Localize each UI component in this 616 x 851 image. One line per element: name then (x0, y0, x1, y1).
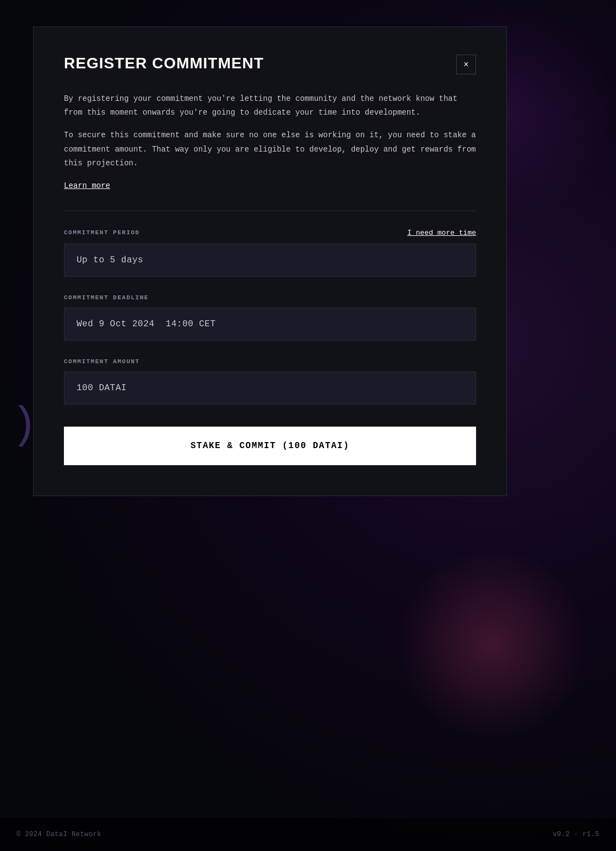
modal-title: REGISTER COMMITMENT (64, 55, 264, 72)
bottom-right-text: v0.2 · r1.5 (553, 831, 599, 838)
commitment-amount-section: COMMITMENT AMOUNT (64, 358, 476, 405)
commitment-period-section: COMMITMENT PERIOD I need more time (64, 229, 476, 277)
learn-more-link[interactable]: Learn more (64, 181, 110, 190)
commitment-deadline-label: COMMITMENT DEADLINE (64, 294, 149, 301)
commitment-amount-label: COMMITMENT AMOUNT (64, 358, 140, 365)
section-divider (64, 211, 476, 211)
commitment-amount-header: COMMITMENT AMOUNT (64, 358, 476, 365)
commitment-deadline-input[interactable] (64, 308, 476, 341)
description-block-1: By registering your commitment you're le… (64, 92, 476, 120)
close-button[interactable]: × (456, 55, 476, 74)
commitment-period-label: COMMITMENT PERIOD (64, 229, 140, 236)
description-block-2: To secure this commitment and make sure … (64, 128, 476, 170)
need-more-time-link[interactable]: I need more time (407, 229, 476, 237)
description-text-2: To secure this commitment and make sure … (64, 128, 476, 170)
commitment-deadline-section: COMMITMENT DEADLINE (64, 294, 476, 341)
bottom-left-text: © 2024 DataI Network (17, 831, 101, 838)
modal-header: REGISTER COMMITMENT × (64, 55, 476, 74)
stake-commit-button[interactable]: STAKE & COMMIT (100 DATAI) (64, 427, 476, 465)
commitment-period-header: COMMITMENT PERIOD I need more time (64, 229, 476, 237)
commitment-amount-input[interactable] (64, 371, 476, 405)
commitment-period-input[interactable] (64, 244, 476, 277)
register-commitment-modal: REGISTER COMMITMENT × By registering you… (33, 26, 507, 496)
description-text-1: By registering your commitment you're le… (64, 92, 476, 120)
bottom-bar: © 2024 DataI Network v0.2 · r1.5 (0, 818, 616, 851)
commitment-deadline-header: COMMITMENT DEADLINE (64, 294, 476, 301)
